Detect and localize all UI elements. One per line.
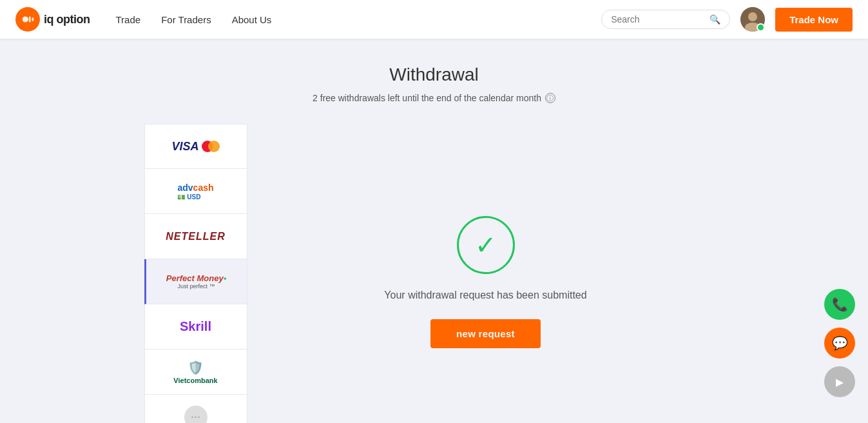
subtitle-text: 2 free withdrawals left until the end of… bbox=[313, 93, 541, 103]
svg-rect-1 bbox=[29, 16, 31, 22]
success-circle: ✓ bbox=[457, 216, 515, 274]
advcash-logo: advcash 💵 USD bbox=[177, 182, 213, 201]
trade-now-button[interactable]: Trade Now bbox=[775, 8, 853, 32]
next-float-button[interactable]: ▶ bbox=[824, 366, 855, 397]
payment-sidebar: VISA advcash 💵 USD NETELLER Perf bbox=[144, 124, 247, 423]
floating-buttons: 📞 💬 ▶ bbox=[824, 289, 855, 397]
avatar-online-indicator bbox=[757, 23, 765, 32]
main-layout: VISA advcash 💵 USD NETELLER Perf bbox=[144, 124, 724, 423]
payment-skrill[interactable]: Skrill bbox=[144, 304, 247, 349]
call-float-button[interactable]: 📞 bbox=[824, 289, 855, 320]
page-content: Withdrawal 2 free withdrawals left until… bbox=[0, 39, 868, 423]
payment-other[interactable]: ··· bbox=[144, 395, 247, 423]
info-icon[interactable]: ⓘ bbox=[545, 93, 555, 103]
skrill-logo: Skrill bbox=[180, 319, 211, 334]
vietcombank-logo: 🛡️ Vietcombank bbox=[173, 360, 217, 384]
search-box[interactable]: 🔍 bbox=[601, 10, 730, 29]
other-payment-icon: ··· bbox=[184, 406, 207, 424]
visa-mc-logo: VISA bbox=[171, 140, 219, 153]
navbar: iq option Trade For Traders About Us 🔍 T… bbox=[0, 0, 868, 39]
logo-text: iq option bbox=[44, 13, 90, 26]
page-title: Withdrawal bbox=[15, 64, 853, 85]
perfect-money-logo: Perfect Money• Just perfect ™ bbox=[166, 273, 226, 290]
nav-about-us[interactable]: About Us bbox=[232, 14, 272, 25]
search-input[interactable] bbox=[611, 14, 704, 25]
success-message: Your withdrawal request has been submitt… bbox=[384, 290, 586, 301]
payment-vietcombank[interactable]: 🛡️ Vietcombank bbox=[144, 349, 247, 395]
page-subtitle: 2 free withdrawals left until the end of… bbox=[15, 93, 853, 103]
nav-right: 🔍 Trade Now bbox=[601, 7, 853, 32]
payment-perfect-money[interactable]: Perfect Money• Just perfect ™ bbox=[144, 259, 247, 304]
nav-for-traders[interactable]: For Traders bbox=[161, 14, 211, 25]
svg-rect-2 bbox=[32, 17, 34, 21]
chat-float-button[interactable]: 💬 bbox=[824, 328, 855, 359]
mastercard-logo bbox=[202, 141, 220, 152]
logo-icon bbox=[15, 7, 40, 32]
new-request-button[interactable]: new request bbox=[430, 319, 541, 348]
payment-visa-mc[interactable]: VISA bbox=[144, 124, 247, 169]
nav-links: Trade For Traders About Us bbox=[115, 14, 601, 25]
svg-point-4 bbox=[748, 12, 757, 21]
logo[interactable]: iq option bbox=[15, 7, 90, 32]
nav-trade[interactable]: Trade bbox=[115, 14, 140, 25]
neteller-logo: NETELLER bbox=[166, 231, 225, 242]
payment-advcash[interactable]: advcash 💵 USD bbox=[144, 169, 247, 214]
svg-point-0 bbox=[23, 16, 28, 22]
success-panel: ✓ Your withdrawal request has been submi… bbox=[247, 124, 724, 423]
checkmark-icon: ✓ bbox=[475, 232, 497, 258]
search-icon: 🔍 bbox=[709, 14, 720, 25]
payment-neteller[interactable]: NETELLER bbox=[144, 214, 247, 259]
avatar-wrap[interactable] bbox=[740, 7, 765, 32]
